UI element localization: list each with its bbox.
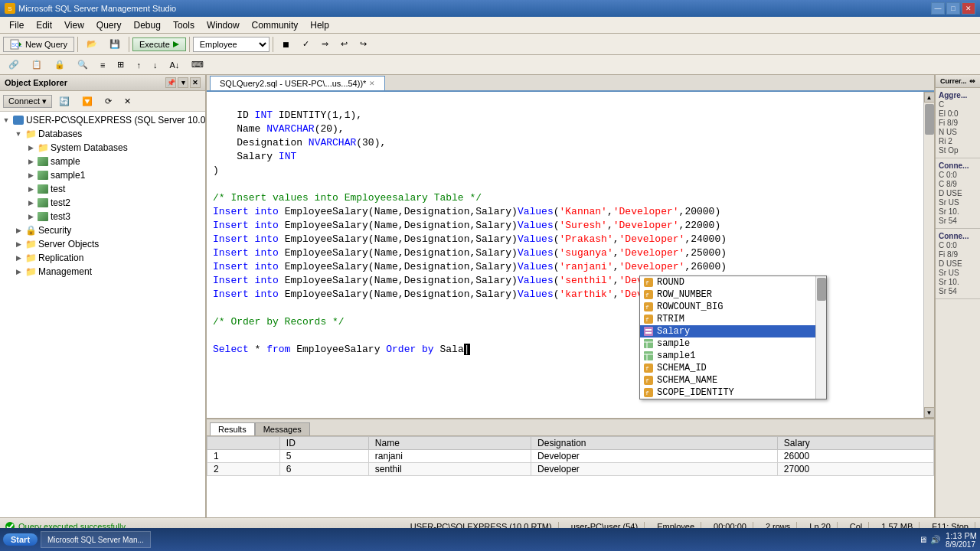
ac-item-sample1[interactable]: sample1 <box>640 350 826 362</box>
toolbar-separator <box>77 37 78 52</box>
tree-server-node[interactable]: ▼ USER-PC\SQLEXPRESS (SQL Server 10.0.16… <box>0 113 205 127</box>
tree-server-objects-node[interactable]: ▶ 📁 Server Objects <box>0 237 205 251</box>
test-label: test <box>51 184 65 194</box>
toolbar-btn-4[interactable]: ↩ <box>335 36 353 53</box>
menu-item-debug[interactable]: Debug <box>128 18 167 32</box>
minimize-button[interactable]: — <box>931 2 945 15</box>
tb2-btn-6[interactable]: ⊞ <box>112 57 129 73</box>
tab-close-icon[interactable]: ✕ <box>369 80 375 87</box>
tb2-btn-9[interactable]: A↓ <box>164 57 185 73</box>
new-query-button[interactable]: SQL New Query <box>3 37 74 52</box>
tb2-btn-1[interactable]: 🔗 <box>3 57 24 73</box>
open-button[interactable]: 📂 <box>81 36 103 53</box>
scroll-track[interactable] <box>924 103 934 407</box>
tree-expand-databases[interactable]: ▼ <box>12 128 24 140</box>
scroll-down-arrow[interactable]: ▼ <box>924 407 935 418</box>
menu-item-query[interactable]: Query <box>90 18 128 32</box>
messages-tab[interactable]: Messages <box>255 422 310 435</box>
right-section-2: Conne...C 0:0Fi 8/9D USESr USSr 10.Sr 54 <box>936 229 980 299</box>
refresh-button[interactable]: 🔄 <box>54 93 75 109</box>
tb2-btn-10[interactable]: ⌨ <box>186 57 209 73</box>
ac-item-schema_name[interactable]: fSCHEMA_NAME <box>640 374 826 386</box>
menu-item-window[interactable]: Window <box>201 18 246 32</box>
tree-expand-management[interactable]: ▶ <box>12 266 24 278</box>
menu-item-tools[interactable]: Tools <box>167 18 201 32</box>
tb2-btn-3[interactable]: 🔒 <box>49 57 70 73</box>
editor-scrollbar[interactable]: ▲ ▼ <box>923 92 934 418</box>
delete-button[interactable]: ✕ <box>119 93 136 109</box>
menu-item-help[interactable]: Help <box>304 18 335 32</box>
ac-item-sample[interactable]: sample <box>640 337 826 350</box>
tb2-btn-2[interactable]: 📋 <box>26 57 47 73</box>
ac-item-scope_identity[interactable]: fSCOPE_IDENTITY <box>640 386 826 399</box>
tree-expand-sysdb[interactable]: ▶ <box>24 142 37 154</box>
tb2-btn-4[interactable]: 🔍 <box>72 57 93 73</box>
sync-button[interactable]: ⟳ <box>100 93 117 109</box>
ac-item-salary[interactable]: Salary <box>640 325 826 337</box>
close-button[interactable]: ✕ <box>962 2 975 15</box>
tree-replication-node[interactable]: ▶ 📁 Replication <box>0 251 205 265</box>
system-db-label: System Databases <box>51 142 128 153</box>
tree-management-node[interactable]: ▶ 📁 Management <box>0 265 205 279</box>
tree-system-db-node[interactable]: ▶ 📁 System Databases <box>0 141 205 155</box>
close-panel-button[interactable]: ✕ <box>190 77 201 88</box>
tree-expand-server-objects[interactable]: ▶ <box>12 238 24 250</box>
tree-expand-security[interactable]: ▶ <box>12 224 24 236</box>
tree-expand-test2[interactable]: ▶ <box>24 197 37 209</box>
maximize-button[interactable]: □ <box>946 2 960 15</box>
tree-db-test3[interactable]: ▶ test3 <box>0 210 205 223</box>
right-panel-btn[interactable]: ⇔ <box>969 77 975 85</box>
autocomplete-scrollbar[interactable] <box>815 276 826 399</box>
execute-button[interactable]: Execute <box>132 37 186 51</box>
right-panel-label: Currer... <box>940 77 967 85</box>
ac-item-rtrim[interactable]: fRTRIM <box>640 313 826 325</box>
start-button[interactable]: Start <box>3 533 38 546</box>
tb2-btn-7[interactable]: ↑ <box>131 57 146 73</box>
autocomplete-dropdown[interactable]: fROUNDfROW_NUMBERfROWCOUNT_BIGfRTRIMSala… <box>639 276 827 399</box>
ac-item-round[interactable]: fROUND <box>640 276 826 289</box>
tree-expand-sample[interactable]: ▶ <box>24 155 37 168</box>
dropdown-button[interactable]: ▾ <box>178 77 188 88</box>
tree-db-test2[interactable]: ▶ test2 <box>0 196 205 210</box>
code-editor[interactable]: ID INT IDENTITY(1,1), Name NVARCHAR(20),… <box>207 92 923 418</box>
scroll-up-arrow[interactable]: ▲ <box>924 92 935 103</box>
ac-item-schema_id[interactable]: fSCHEMA_ID <box>640 362 826 374</box>
tree-databases-node[interactable]: ▼ 📁 Databases <box>0 127 205 141</box>
tb2-btn-5[interactable]: ≡ <box>95 57 110 73</box>
ac-item-row_number[interactable]: fROW_NUMBER <box>640 289 826 301</box>
menu-item-view[interactable]: View <box>58 18 90 32</box>
pin-button[interactable]: 📌 <box>165 77 176 88</box>
ac-label: SCHEMA_NAME <box>657 375 717 386</box>
database-dropdown[interactable]: Employee <box>193 37 270 52</box>
toolbar-btn-2[interactable]: ✓ <box>297 36 315 53</box>
tree-security-node[interactable]: ▶ 🔒 Security <box>0 223 205 237</box>
taskbar-app-button[interactable]: Microsoft SQL Server Man... <box>41 531 151 548</box>
toolbar-btn-3[interactable]: ⇒ <box>316 36 334 53</box>
menu-item-file[interactable]: File <box>3 18 30 32</box>
tree-expand-test[interactable]: ▶ <box>24 183 37 195</box>
save-button[interactable]: 💾 <box>104 36 126 53</box>
ac-item-rowcount_big[interactable]: fROWCOUNT_BIG <box>640 301 826 313</box>
connect-bar: Connect ▾ 🔄 🔽 ⟳ ✕ <box>0 91 205 112</box>
tree-db-test[interactable]: ▶ test <box>0 182 205 196</box>
tree-db-sample[interactable]: ▶ sample <box>0 155 205 168</box>
toolbar-btn-1[interactable]: ⏹ <box>276 36 296 53</box>
tree-expand-sample1[interactable]: ▶ <box>24 169 37 181</box>
editor-tab[interactable]: SQLQuery2.sql - USER-PC\...us...54))* ✕ <box>210 76 385 90</box>
tb2-btn-8[interactable]: ↓ <box>148 57 163 73</box>
autocomplete-scroll-thumb[interactable] <box>817 278 826 301</box>
scroll-thumb[interactable] <box>925 104 934 135</box>
tree-expand-server[interactable]: ▼ <box>0 114 12 126</box>
tree-expand-replication[interactable]: ▶ <box>12 252 24 264</box>
tree-expand-test3[interactable]: ▶ <box>24 210 37 223</box>
connect-button[interactable]: Connect ▾ <box>3 95 52 108</box>
menu-item-community[interactable]: Community <box>246 18 305 32</box>
results-table: ID Name Designation Salary 1 5 ranjani D… <box>207 436 934 476</box>
right-section-title-0: Aggre... <box>939 91 977 99</box>
results-tab[interactable]: Results <box>210 422 255 435</box>
filter-button[interactable]: 🔽 <box>77 93 98 109</box>
ac-label: sample <box>657 338 690 349</box>
menu-item-edit[interactable]: Edit <box>30 18 58 32</box>
toolbar-btn-5[interactable]: ↪ <box>354 36 372 53</box>
tree-db-sample1[interactable]: ▶ sample1 <box>0 168 205 182</box>
